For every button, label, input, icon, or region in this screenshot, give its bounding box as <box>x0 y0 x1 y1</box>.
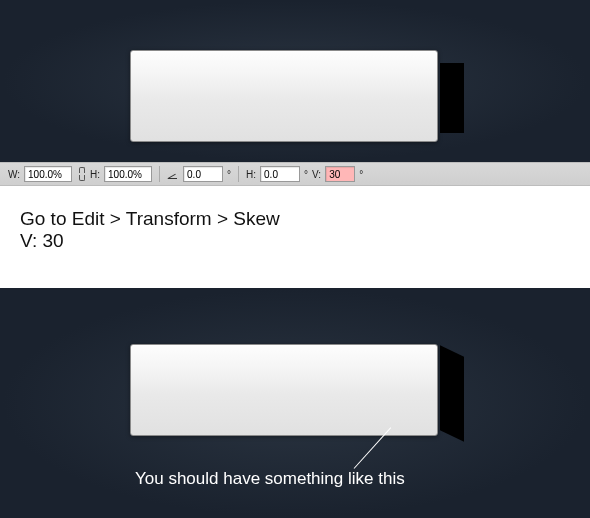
height-label: H: <box>90 169 100 180</box>
canvas-before <box>0 0 590 162</box>
divider <box>159 166 160 182</box>
angle-icon <box>167 168 179 180</box>
instruction-panel: Go to Edit > Transform > Skew V: 30 <box>0 186 590 288</box>
instruction-line-1: Go to Edit > Transform > Skew <box>20 208 590 230</box>
degree-symbol: ° <box>359 169 363 180</box>
skew-h-label: H: <box>246 169 256 180</box>
width-label: W: <box>8 169 20 180</box>
canvas-after: You should have something like this <box>0 288 590 518</box>
degree-symbol: ° <box>227 169 231 180</box>
back-rectangle <box>440 63 464 133</box>
rotation-input[interactable] <box>183 166 223 182</box>
skew-v-input[interactable] <box>325 166 355 182</box>
skew-v-label: V: <box>312 169 321 180</box>
width-input[interactable] <box>24 166 72 182</box>
link-icon[interactable] <box>76 167 86 181</box>
instruction-line-2: V: 30 <box>20 230 590 252</box>
degree-symbol: ° <box>304 169 308 180</box>
divider <box>238 166 239 182</box>
front-rectangle <box>130 50 438 142</box>
transform-options-bar: W: H: ° H: ° V: ° <box>0 162 590 186</box>
height-input[interactable] <box>104 166 152 182</box>
front-rectangle <box>130 344 438 436</box>
result-caption: You should have something like this <box>135 469 405 489</box>
skew-h-input[interactable] <box>260 166 300 182</box>
back-rectangle-skewed <box>440 345 464 442</box>
